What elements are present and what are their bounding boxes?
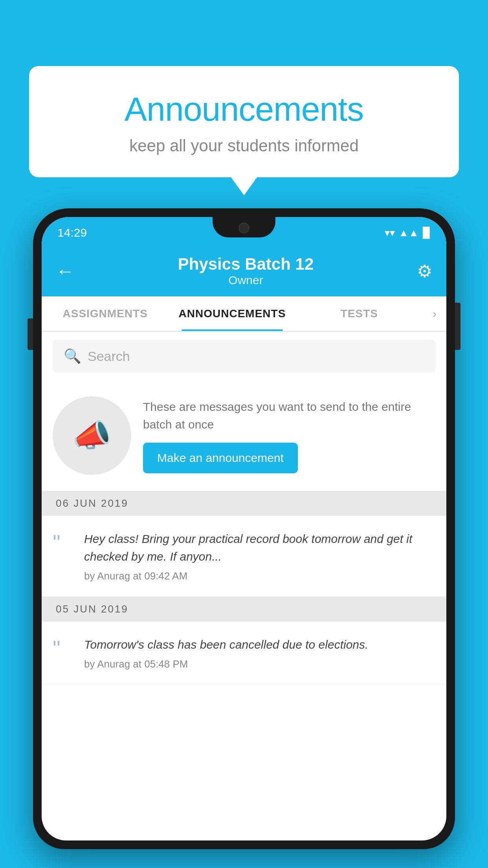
- phone-wrapper: 14:29 ▾▾ ▲▲ ▉ ← Physics Batch 12 Owner ⚙: [33, 208, 455, 868]
- announcement-item-2[interactable]: " Tomorrow's class has been cancelled du…: [42, 622, 446, 685]
- promo-description: These are messages you want to send to t…: [143, 398, 435, 433]
- phone-screen: 14:29 ▾▾ ▲▲ ▉ ← Physics Batch 12 Owner ⚙: [42, 217, 446, 840]
- announcement-content-1: Hey class! Bring your practical record b…: [84, 530, 435, 582]
- header-subtitle: Owner: [178, 274, 314, 287]
- phone-notch: [213, 217, 275, 237]
- settings-button[interactable]: ⚙: [417, 261, 432, 281]
- tab-assignments[interactable]: ASSIGNMENTS: [42, 296, 169, 331]
- announcement-meta-2: by Anurag at 05:48 PM: [84, 658, 435, 670]
- battery-icon: ▉: [423, 227, 431, 239]
- search-icon: 🔍: [64, 348, 81, 364]
- promo-content: These are messages you want to send to t…: [143, 398, 435, 473]
- wifi-icon: ▾▾: [385, 227, 395, 239]
- date-separator-2: 05 JUN 2019: [42, 597, 446, 622]
- speech-bubble-section: Announcements keep all your students inf…: [29, 66, 459, 177]
- tab-tests[interactable]: TESTS: [296, 296, 423, 331]
- announcement-meta-1: by Anurag at 09:42 AM: [84, 570, 435, 582]
- header-center: Physics Batch 12 Owner: [178, 255, 314, 287]
- app-header: ← Physics Batch 12 Owner ⚙: [42, 245, 446, 296]
- announcement-item-1[interactable]: " Hey class! Bring your practical record…: [42, 516, 446, 597]
- status-time: 14:29: [57, 226, 87, 239]
- signal-icon: ▲▲: [399, 227, 419, 239]
- speech-bubble: Announcements keep all your students inf…: [29, 66, 459, 177]
- phone-outer: 14:29 ▾▾ ▲▲ ▉ ← Physics Batch 12 Owner ⚙: [33, 208, 455, 849]
- tab-more[interactable]: ›: [423, 307, 446, 320]
- status-icons: ▾▾ ▲▲ ▉: [385, 227, 431, 239]
- announcement-promo: 📣 These are messages you want to send to…: [42, 381, 446, 491]
- quote-icon-2: ": [53, 637, 75, 659]
- speech-bubble-subtitle: keep all your students informed: [48, 136, 440, 155]
- megaphone-icon: 📣: [72, 417, 112, 454]
- tab-announcements[interactable]: ANNOUNCEMENTS: [169, 296, 295, 331]
- quote-icon-1: ": [53, 531, 75, 554]
- tabs-bar: ASSIGNMENTS ANNOUNCEMENTS TESTS ›: [42, 296, 446, 332]
- search-input[interactable]: Search: [88, 349, 130, 364]
- announcement-text-1: Hey class! Bring your practical record b…: [84, 530, 435, 565]
- search-container: 🔍 Search: [42, 332, 446, 381]
- promo-icon-circle: 📣: [53, 396, 131, 475]
- header-title: Physics Batch 12: [178, 255, 314, 274]
- announcement-text-2: Tomorrow's class has been cancelled due …: [84, 636, 435, 653]
- make-announcement-button[interactable]: Make an announcement: [143, 443, 298, 473]
- search-bar[interactable]: 🔍 Search: [53, 340, 435, 373]
- notch-camera: [238, 223, 250, 234]
- date-separator-1: 06 JUN 2019: [42, 491, 446, 516]
- speech-bubble-title: Announcements: [48, 90, 440, 129]
- back-button[interactable]: ←: [56, 260, 75, 282]
- announcement-content-2: Tomorrow's class has been cancelled due …: [84, 636, 435, 670]
